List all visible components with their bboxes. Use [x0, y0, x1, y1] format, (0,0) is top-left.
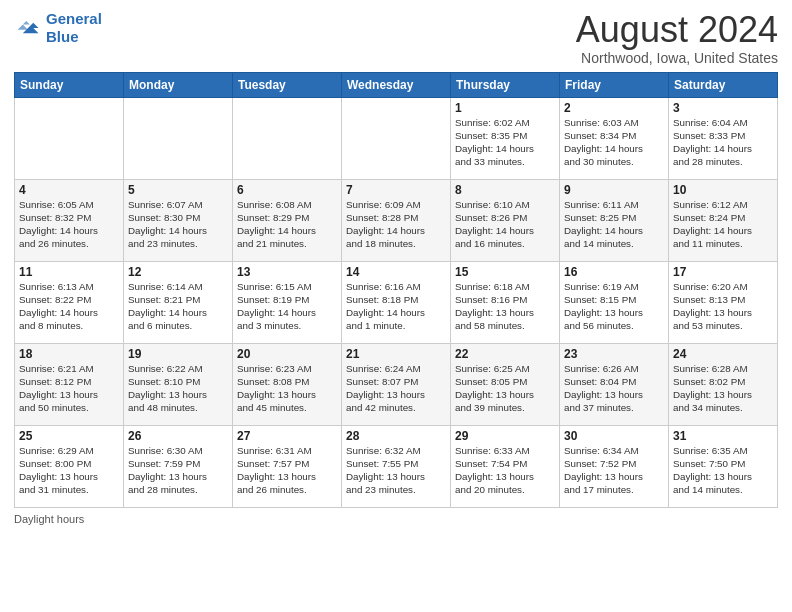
day-info: Sunrise: 6:35 AM Sunset: 7:50 PM Dayligh…	[673, 444, 773, 497]
calendar-cell: 26Sunrise: 6:30 AM Sunset: 7:59 PM Dayli…	[124, 425, 233, 507]
calendar-header-monday: Monday	[124, 72, 233, 97]
day-number: 26	[128, 429, 228, 443]
day-number: 16	[564, 265, 664, 279]
location: Northwood, Iowa, United States	[576, 50, 778, 66]
calendar-header-row: SundayMondayTuesdayWednesdayThursdayFrid…	[15, 72, 778, 97]
calendar-cell: 14Sunrise: 6:16 AM Sunset: 8:18 PM Dayli…	[342, 261, 451, 343]
day-number: 2	[564, 101, 664, 115]
calendar-cell: 30Sunrise: 6:34 AM Sunset: 7:52 PM Dayli…	[560, 425, 669, 507]
day-info: Sunrise: 6:18 AM Sunset: 8:16 PM Dayligh…	[455, 280, 555, 333]
day-number: 24	[673, 347, 773, 361]
calendar-cell: 19Sunrise: 6:22 AM Sunset: 8:10 PM Dayli…	[124, 343, 233, 425]
calendar-header-tuesday: Tuesday	[233, 72, 342, 97]
day-number: 23	[564, 347, 664, 361]
day-info: Sunrise: 6:19 AM Sunset: 8:15 PM Dayligh…	[564, 280, 664, 333]
calendar-cell: 11Sunrise: 6:13 AM Sunset: 8:22 PM Dayli…	[15, 261, 124, 343]
calendar-cell: 4Sunrise: 6:05 AM Sunset: 8:32 PM Daylig…	[15, 179, 124, 261]
calendar-cell: 15Sunrise: 6:18 AM Sunset: 8:16 PM Dayli…	[451, 261, 560, 343]
day-number: 4	[19, 183, 119, 197]
day-info: Sunrise: 6:05 AM Sunset: 8:32 PM Dayligh…	[19, 198, 119, 251]
day-number: 20	[237, 347, 337, 361]
calendar-cell: 3Sunrise: 6:04 AM Sunset: 8:33 PM Daylig…	[669, 97, 778, 179]
calendar-header-thursday: Thursday	[451, 72, 560, 97]
calendar-cell: 22Sunrise: 6:25 AM Sunset: 8:05 PM Dayli…	[451, 343, 560, 425]
day-number: 21	[346, 347, 446, 361]
calendar-cell	[15, 97, 124, 179]
calendar-cell: 6Sunrise: 6:08 AM Sunset: 8:29 PM Daylig…	[233, 179, 342, 261]
calendar-cell: 27Sunrise: 6:31 AM Sunset: 7:57 PM Dayli…	[233, 425, 342, 507]
calendar-cell: 20Sunrise: 6:23 AM Sunset: 8:08 PM Dayli…	[233, 343, 342, 425]
day-number: 7	[346, 183, 446, 197]
day-number: 5	[128, 183, 228, 197]
calendar-cell	[342, 97, 451, 179]
day-number: 25	[19, 429, 119, 443]
day-number: 9	[564, 183, 664, 197]
calendar-week-1: 1Sunrise: 6:02 AM Sunset: 8:35 PM Daylig…	[15, 97, 778, 179]
day-info: Sunrise: 6:25 AM Sunset: 8:05 PM Dayligh…	[455, 362, 555, 415]
calendar-header-saturday: Saturday	[669, 72, 778, 97]
calendar-cell: 24Sunrise: 6:28 AM Sunset: 8:02 PM Dayli…	[669, 343, 778, 425]
header: General Blue August 2024 Northwood, Iowa…	[14, 10, 778, 66]
day-number: 14	[346, 265, 446, 279]
calendar-cell: 21Sunrise: 6:24 AM Sunset: 8:07 PM Dayli…	[342, 343, 451, 425]
footer: Daylight hours	[14, 513, 778, 525]
logo-text: General Blue	[46, 10, 102, 46]
day-info: Sunrise: 6:22 AM Sunset: 8:10 PM Dayligh…	[128, 362, 228, 415]
day-info: Sunrise: 6:33 AM Sunset: 7:54 PM Dayligh…	[455, 444, 555, 497]
day-number: 27	[237, 429, 337, 443]
day-number: 17	[673, 265, 773, 279]
day-number: 19	[128, 347, 228, 361]
calendar-week-3: 11Sunrise: 6:13 AM Sunset: 8:22 PM Dayli…	[15, 261, 778, 343]
day-info: Sunrise: 6:15 AM Sunset: 8:19 PM Dayligh…	[237, 280, 337, 333]
day-info: Sunrise: 6:07 AM Sunset: 8:30 PM Dayligh…	[128, 198, 228, 251]
calendar-header-sunday: Sunday	[15, 72, 124, 97]
day-info: Sunrise: 6:03 AM Sunset: 8:34 PM Dayligh…	[564, 116, 664, 169]
day-info: Sunrise: 6:04 AM Sunset: 8:33 PM Dayligh…	[673, 116, 773, 169]
calendar: SundayMondayTuesdayWednesdayThursdayFrid…	[14, 72, 778, 508]
calendar-cell: 8Sunrise: 6:10 AM Sunset: 8:26 PM Daylig…	[451, 179, 560, 261]
day-info: Sunrise: 6:20 AM Sunset: 8:13 PM Dayligh…	[673, 280, 773, 333]
day-info: Sunrise: 6:31 AM Sunset: 7:57 PM Dayligh…	[237, 444, 337, 497]
calendar-cell: 9Sunrise: 6:11 AM Sunset: 8:25 PM Daylig…	[560, 179, 669, 261]
calendar-cell: 28Sunrise: 6:32 AM Sunset: 7:55 PM Dayli…	[342, 425, 451, 507]
day-info: Sunrise: 6:13 AM Sunset: 8:22 PM Dayligh…	[19, 280, 119, 333]
day-number: 10	[673, 183, 773, 197]
calendar-cell: 12Sunrise: 6:14 AM Sunset: 8:21 PM Dayli…	[124, 261, 233, 343]
day-info: Sunrise: 6:23 AM Sunset: 8:08 PM Dayligh…	[237, 362, 337, 415]
day-info: Sunrise: 6:09 AM Sunset: 8:28 PM Dayligh…	[346, 198, 446, 251]
calendar-cell: 17Sunrise: 6:20 AM Sunset: 8:13 PM Dayli…	[669, 261, 778, 343]
calendar-cell: 5Sunrise: 6:07 AM Sunset: 8:30 PM Daylig…	[124, 179, 233, 261]
day-number: 31	[673, 429, 773, 443]
logo: General Blue	[14, 10, 102, 46]
day-info: Sunrise: 6:28 AM Sunset: 8:02 PM Dayligh…	[673, 362, 773, 415]
day-number: 28	[346, 429, 446, 443]
day-number: 29	[455, 429, 555, 443]
day-info: Sunrise: 6:21 AM Sunset: 8:12 PM Dayligh…	[19, 362, 119, 415]
day-number: 1	[455, 101, 555, 115]
day-info: Sunrise: 6:24 AM Sunset: 8:07 PM Dayligh…	[346, 362, 446, 415]
calendar-cell: 25Sunrise: 6:29 AM Sunset: 8:00 PM Dayli…	[15, 425, 124, 507]
day-info: Sunrise: 6:14 AM Sunset: 8:21 PM Dayligh…	[128, 280, 228, 333]
day-info: Sunrise: 6:26 AM Sunset: 8:04 PM Dayligh…	[564, 362, 664, 415]
day-info: Sunrise: 6:34 AM Sunset: 7:52 PM Dayligh…	[564, 444, 664, 497]
title-block: August 2024 Northwood, Iowa, United Stat…	[576, 10, 778, 66]
day-info: Sunrise: 6:29 AM Sunset: 8:00 PM Dayligh…	[19, 444, 119, 497]
calendar-header-wednesday: Wednesday	[342, 72, 451, 97]
day-number: 6	[237, 183, 337, 197]
day-number: 18	[19, 347, 119, 361]
logo-icon	[14, 14, 42, 42]
day-number: 22	[455, 347, 555, 361]
calendar-week-2: 4Sunrise: 6:05 AM Sunset: 8:32 PM Daylig…	[15, 179, 778, 261]
day-number: 11	[19, 265, 119, 279]
day-info: Sunrise: 6:16 AM Sunset: 8:18 PM Dayligh…	[346, 280, 446, 333]
calendar-cell: 31Sunrise: 6:35 AM Sunset: 7:50 PM Dayli…	[669, 425, 778, 507]
day-number: 8	[455, 183, 555, 197]
day-number: 12	[128, 265, 228, 279]
calendar-cell: 13Sunrise: 6:15 AM Sunset: 8:19 PM Dayli…	[233, 261, 342, 343]
day-number: 13	[237, 265, 337, 279]
calendar-cell: 18Sunrise: 6:21 AM Sunset: 8:12 PM Dayli…	[15, 343, 124, 425]
calendar-header-friday: Friday	[560, 72, 669, 97]
day-info: Sunrise: 6:11 AM Sunset: 8:25 PM Dayligh…	[564, 198, 664, 251]
day-info: Sunrise: 6:08 AM Sunset: 8:29 PM Dayligh…	[237, 198, 337, 251]
day-info: Sunrise: 6:30 AM Sunset: 7:59 PM Dayligh…	[128, 444, 228, 497]
